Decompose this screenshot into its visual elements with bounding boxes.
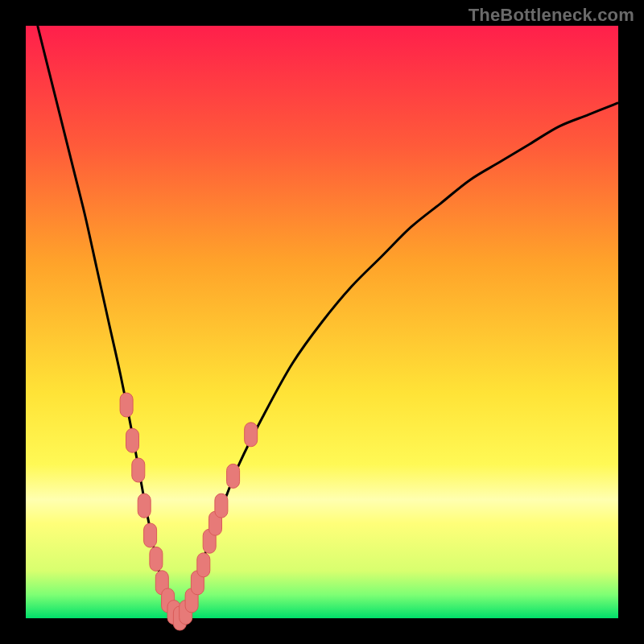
chart-frame: TheBottleneck.com <box>0 0 644 644</box>
curve-marker <box>120 393 133 417</box>
watermark-text: TheBottleneck.com <box>469 5 634 26</box>
curve-marker <box>126 428 139 452</box>
curve-marker <box>245 423 258 447</box>
bottleneck-curve <box>38 26 618 618</box>
plot-area <box>26 26 618 618</box>
curve-marker <box>215 493 228 518</box>
curve-marker <box>197 553 210 577</box>
curve-marker <box>227 464 240 488</box>
marker-group <box>120 393 258 630</box>
curve-marker <box>138 493 151 518</box>
curve-marker <box>150 547 163 571</box>
curve-marker <box>132 458 145 482</box>
curve-marker <box>144 523 157 547</box>
chart-svg <box>26 26 618 618</box>
